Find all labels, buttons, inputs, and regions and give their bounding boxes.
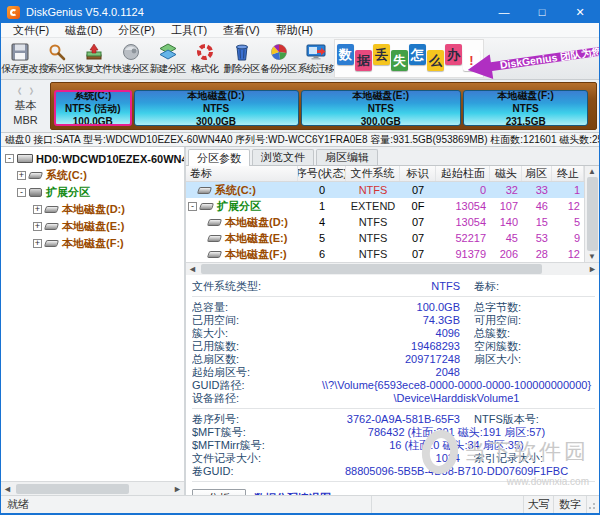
table-row[interactable]: 本地磁盘(E:) 5 NTFS 07 52217 45 53 9: [186, 230, 599, 246]
row-filesystem: NTFS: [346, 232, 400, 244]
tree-node[interactable]: + 本地磁盘(D:): [1, 201, 184, 218]
menu-partition[interactable]: 分区(P): [110, 23, 163, 38]
scroll-right-icon[interactable]: ►: [171, 484, 184, 494]
new-partition-button[interactable]: 新建分区: [149, 38, 186, 79]
detail-label: 卷GUID:: [192, 465, 318, 477]
menu-view[interactable]: 查看(V): [215, 23, 268, 38]
tree-node[interactable]: - 扩展分区: [1, 184, 184, 201]
column-seq-status[interactable]: 序号(状态): [298, 166, 346, 181]
menu-disk[interactable]: 磁盘(D): [57, 23, 110, 38]
column-end[interactable]: 终止: [552, 166, 584, 181]
expand-icon[interactable]: +: [33, 205, 42, 214]
tree-root-disk[interactable]: - HD0:WDCWD10EZEX-60WN4A0(932G: [1, 150, 184, 167]
table-row[interactable]: 本地磁盘(F:) 6 NTFS 07 91379 206 28 12: [186, 246, 599, 262]
next-disk-icon[interactable]: 》: [30, 86, 38, 97]
column-volume-label[interactable]: 卷标: [186, 166, 298, 181]
collapse-icon[interactable]: -: [5, 154, 14, 163]
new-partition-icon: [157, 42, 179, 62]
partition-block[interactable]: 本地磁盘(E:) NTFS 300.0GB: [301, 90, 462, 126]
recover-files-button[interactable]: 恢复文件: [75, 38, 112, 79]
delete-partition-button[interactable]: 删除分区: [223, 38, 260, 79]
row-end: 9: [552, 232, 584, 244]
detail-row: 卷序列号: 3762-0A9A-581B-65F3 NTFS版本号:: [192, 413, 595, 425]
save-icon: [9, 42, 31, 62]
scroll-left-icon[interactable]: ◄: [186, 264, 199, 274]
partition-block[interactable]: 系统(C:) NTFS (活动) 100.0GB: [54, 90, 132, 126]
detail-row: 总扇区数: 209717248 扇区大小:: [192, 353, 595, 365]
expand-icon[interactable]: +: [33, 222, 42, 231]
menu-tools[interactable]: 工具(T): [163, 23, 215, 38]
row-volume-label: - 扩展分区: [186, 199, 298, 214]
analyze-button[interactable]: 分析: [192, 489, 246, 495]
quick-partition-button[interactable]: 快速分区: [112, 38, 149, 79]
partition-scheme-label: MBR: [13, 114, 37, 126]
detail-label: 总容量:: [192, 301, 318, 313]
scroll-thumb[interactable]: [16, 484, 129, 494]
expand-icon[interactable]: +: [33, 239, 42, 248]
table-vertical-scrollbar[interactable]: ▲ ▼: [584, 166, 599, 262]
ad-banner[interactable]: 数据丢失怎么办!: [334, 39, 484, 78]
disk-type-label: 基本: [15, 98, 37, 113]
tree-node[interactable]: + 本地磁盘(E:): [1, 218, 184, 235]
expand-icon[interactable]: -: [17, 188, 26, 197]
system-migrate-icon: [305, 42, 327, 62]
toolbar-button-label: 保存更改: [2, 62, 38, 76]
toolbar: 保存更改 搜索分区 恢复文件 快速分区 新建分区: [1, 38, 599, 80]
partition-block[interactable]: 本地磁盘(F:) NTFS 231.5GB: [463, 90, 588, 126]
prev-disk-icon[interactable]: 《: [14, 86, 22, 97]
row-end: 12: [552, 200, 584, 212]
tab-browse-files[interactable]: 浏览文件: [252, 149, 314, 165]
column-start-cylinder[interactable]: 起始柱面: [436, 166, 490, 181]
table-horizontal-scrollbar[interactable]: ◄ ►: [186, 262, 599, 275]
expand-icon[interactable]: -: [188, 202, 197, 211]
tab-partition-params[interactable]: 分区参数: [188, 149, 250, 166]
column-head[interactable]: 磁头: [490, 166, 522, 181]
scroll-thumb[interactable]: [587, 177, 598, 251]
status-numlock: 数字: [554, 496, 587, 513]
table-row[interactable]: 本地磁盘(D:) 4 NTFS 07 13054 140 15 5: [186, 214, 599, 230]
partition-block[interactable]: 本地磁盘(D:) NTFS 300.0GB: [134, 90, 299, 126]
search-partition-button[interactable]: 搜索分区: [38, 38, 75, 79]
maximize-button[interactable]: □: [523, 1, 561, 23]
tree-node[interactable]: + 本地磁盘(F:): [1, 235, 184, 252]
row-head: 32: [490, 184, 522, 196]
row-volume-label: 本地磁盘(E:): [186, 231, 298, 246]
promo-ribbon[interactable]: DiskGenius 团队为您: [466, 38, 599, 80]
partition-icon: [207, 251, 222, 258]
system-migrate-button[interactable]: 系统迁移: [297, 38, 334, 79]
tree-horizontal-scrollbar[interactable]: ◄ ►: [1, 481, 184, 495]
table-row[interactable]: - 扩展分区 1 EXTEND 0F 13054 107 46 12: [186, 198, 599, 214]
row-filesystem: EXTEND: [346, 200, 400, 212]
save-changes-button[interactable]: 保存更改: [1, 38, 38, 79]
details-rows: 文件系统类型: NTFS 卷标: 总容量: 100.0GB 总字节数: 已用空间…: [192, 280, 595, 482]
scroll-thumb[interactable]: [201, 264, 542, 274]
table-row[interactable]: 系统(C:) 0 NTFS 07 0 32 33 1: [186, 182, 599, 198]
scroll-right-icon[interactable]: ►: [586, 264, 599, 274]
format-button[interactable]: 格式化: [186, 38, 223, 79]
close-button[interactable]: ✕: [561, 1, 599, 23]
menu-file[interactable]: 文件(F): [5, 23, 57, 38]
resize-grip[interactable]: [587, 499, 599, 511]
tab-sector-edit[interactable]: 扇区编辑: [316, 149, 378, 165]
row-name-text: 本地磁盘(E:): [225, 231, 287, 246]
partition-details: 文件系统类型: NTFS 卷标: 总容量: 100.0GB 总字节数: 已用空间…: [186, 275, 599, 495]
column-sector[interactable]: 扇区: [522, 166, 552, 181]
scroll-up-icon[interactable]: ▲: [588, 167, 596, 176]
partition-fs: NTFS: [513, 102, 539, 115]
row-id: 07: [400, 248, 436, 260]
scroll-down-icon[interactable]: ▼: [588, 252, 596, 261]
partition-size: 100.0GB: [73, 115, 113, 127]
menu-help[interactable]: 帮助(H): [268, 23, 321, 38]
menu-bar: 文件(F) 磁盘(D) 分区(P) 工具(T) 查看(V) 帮助(H): [1, 23, 599, 38]
disk-strip: 系统(C:) NTFS (活动) 100.0GB 本地磁盘(D:) NTFS 3…: [50, 82, 597, 130]
tree-root-label: HD0:WDCWD10EZEX-60WN4A0(932G: [36, 153, 186, 165]
backup-partition-button[interactable]: 备份分区: [260, 38, 297, 79]
tree-node-label: 本地磁盘(D:): [62, 202, 125, 217]
expand-icon[interactable]: +: [17, 171, 26, 180]
column-filesystem[interactable]: 文件系统: [346, 166, 400, 181]
scroll-left-icon[interactable]: ◄: [1, 484, 14, 494]
minimize-button[interactable]: —: [485, 1, 523, 23]
tree-node[interactable]: + 系统(C:): [1, 167, 184, 184]
column-id[interactable]: 标识: [400, 166, 436, 181]
status-section: [372, 496, 524, 513]
